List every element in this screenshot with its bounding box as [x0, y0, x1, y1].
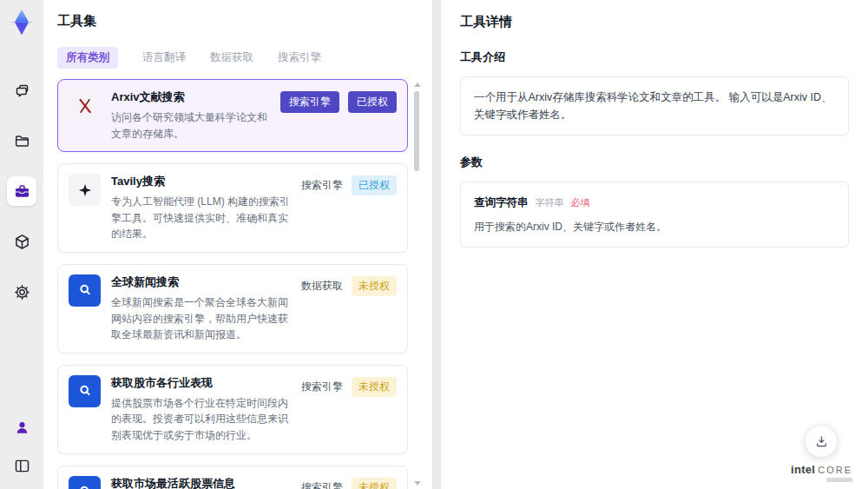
tools-panel-title: 工具集 [57, 13, 422, 30]
tool-title: Tavily搜索 [111, 174, 291, 189]
status-badge: 未授权 [352, 276, 397, 296]
tool-title: 全球新闻搜索 [111, 274, 291, 290]
intro-text: 一个用于从Arxiv存储库搜索科学论文和文章的工具。 输入可以是Arxiv ID… [474, 91, 832, 121]
status-badge: 未授权 [352, 377, 397, 397]
tool-title: 获取市场最活跃股票信息 [111, 476, 291, 489]
settings-gear-icon[interactable] [7, 277, 36, 307]
intel-product-text: CORE [818, 466, 852, 475]
tool-cards-list: Arxiv文献搜索 访问各个研究领域大量科学论文和文章的存储库。 搜索引擎 已授… [57, 79, 408, 489]
stock-search-icon [69, 476, 101, 489]
app-logo [5, 6, 38, 39]
scrollbar-thumb[interactable] [414, 91, 419, 171]
category-tabs: 所有类别 语言翻译 数据获取 搜索引擎 [57, 47, 422, 69]
param-description: 用于搜索的Arxiv ID、关键字或作者姓名。 [474, 219, 835, 235]
param-name: 查询字符串 [474, 194, 529, 211]
tavily-star-icon [69, 174, 101, 206]
tool-description: 提供股票市场各个行业在特定时间段内的表现。投资者可以利用这些信息来识别表现优于或… [111, 395, 291, 444]
tools-panel: 工具集 所有类别 语言翻译 数据获取 搜索引擎 Arxiv文献搜 [43, 0, 432, 489]
intel-logo-bar [826, 478, 852, 482]
intel-core-logo: intel CORE [791, 464, 852, 482]
tool-card-global-news[interactable]: 全球新闻搜索 全球新闻搜索是一个聚合全球各大新闻网站内容的搜索引擎，帮助用户快速… [57, 264, 408, 354]
details-panel-title: 工具详情 [460, 14, 849, 30]
tool-card-arxiv[interactable]: Arxiv文献搜索 访问各个研究领域大量科学论文和文章的存储库。 搜索引擎 已授… [57, 79, 408, 152]
intro-box: 一个用于从Arxiv存储库搜索科学论文和文章的工具。 输入可以是Arxiv ID… [460, 76, 849, 135]
collapse-panel-icon[interactable] [7, 451, 36, 480]
tab-all-categories[interactable]: 所有类别 [57, 47, 118, 69]
tool-description: 访问各个研究领域大量科学论文和文章的存储库。 [111, 109, 270, 142]
user-profile-icon[interactable] [7, 413, 36, 442]
category-label: 数据获取 [301, 276, 343, 294]
corner-widgets: intel CORE [791, 425, 852, 482]
scrollbar-up-arrow-icon[interactable] [414, 83, 421, 87]
app-window: 工具集 所有类别 语言翻译 数据获取 搜索引擎 Arxiv文献搜 [0, 0, 868, 489]
params-heading: 参数 [460, 155, 849, 170]
category-label: 搜索引擎 [301, 478, 343, 489]
param-box: 查询字符串 字符串 必填 用于搜索的Arxiv ID、关键字或作者姓名。 [460, 182, 849, 248]
folder-icon[interactable] [7, 126, 36, 155]
status-badge: 已授权 [352, 175, 397, 195]
status-badge: 未授权 [352, 478, 397, 489]
tool-cards-scroll-area: Arxiv文献搜索 访问各个研究领域大量科学论文和文章的存储库。 搜索引擎 已授… [57, 79, 422, 489]
tool-description: 全球新闻搜索是一个聚合全球各大新闻网站内容的搜索引擎，帮助用户快速获取全球最新资… [111, 294, 291, 343]
cube-icon[interactable] [7, 227, 36, 256]
chat-icon[interactable] [7, 76, 36, 105]
scrollbar-down-arrow-icon[interactable] [414, 481, 421, 486]
list-scrollbar[interactable] [412, 79, 421, 489]
tool-title: 获取股市各行业表现 [111, 375, 291, 391]
category-label: 搜索引擎 [301, 175, 343, 193]
intel-brand-text: intel [791, 464, 815, 475]
status-badge: 已授权 [348, 91, 397, 113]
tab-language-translation[interactable]: 语言翻译 [142, 50, 186, 65]
tool-card-most-active-stocks[interactable]: 获取市场最活跃股票信息 提供当天交易量最高的股票列表。投资者可以利用这些信息来识… [57, 466, 408, 489]
param-required-label: 必填 [571, 195, 590, 211]
rail-bottom [7, 413, 36, 480]
left-icon-rail [0, 0, 43, 489]
tool-card-sector-performance[interactable]: 获取股市各行业表现 提供股票市场各个行业在特定时间段内的表现。投资者可以利用这些… [57, 365, 408, 454]
news-search-icon [69, 274, 101, 307]
category-badge: 搜索引擎 [280, 91, 339, 113]
intro-heading: 工具介绍 [460, 50, 849, 65]
tab-data-acquisition[interactable]: 数据获取 [210, 50, 253, 65]
rail-nav [7, 76, 36, 307]
arxiv-icon [69, 89, 101, 122]
param-type: 字符串 [536, 195, 564, 211]
download-button[interactable] [805, 425, 838, 458]
tool-description: 专为人工智能代理 (LLM) 构建的搜索引擎工具。可快速提供实时、准确和真实的结… [111, 194, 291, 242]
tool-card-tavily[interactable]: Tavily搜索 专为人工智能代理 (LLM) 构建的搜索引擎工具。可快速提供实… [57, 163, 408, 253]
category-label: 搜索引擎 [301, 377, 343, 394]
stock-search-icon [69, 375, 101, 407]
tool-details-panel: 工具详情 工具介绍 一个用于从Arxiv存储库搜索科学论文和文章的工具。 输入可… [441, 0, 868, 489]
toolbox-icon[interactable] [7, 176, 36, 206]
tab-search-engine[interactable]: 搜索引擎 [278, 50, 321, 65]
tool-title: Arxiv文献搜索 [111, 89, 270, 105]
